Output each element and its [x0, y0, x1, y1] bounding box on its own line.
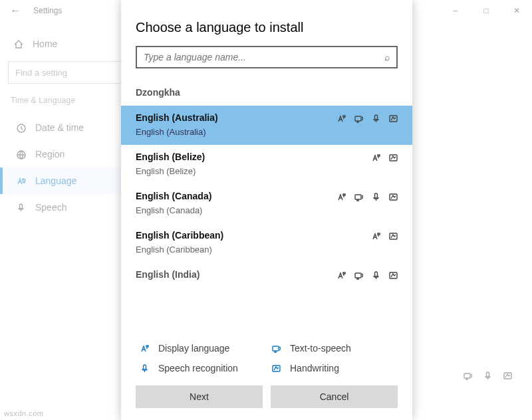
tts-icon — [354, 270, 363, 280]
language-name: English (Belize) — [136, 152, 398, 162]
display-icon — [336, 114, 346, 123]
tts-icon — [354, 192, 363, 201]
display-icon — [336, 270, 346, 280]
language-search[interactable]: ⌕ — [136, 46, 398, 68]
display-icon — [336, 192, 346, 201]
tts-icon — [270, 344, 282, 354]
language-name: Dzongkha — [136, 87, 398, 98]
legend-label: Speech recognition — [158, 363, 238, 373]
hand-icon — [388, 231, 398, 241]
language-option[interactable]: English (Caribbean)English (Caribbean) — [121, 223, 412, 262]
language-native: English (Canada) — [136, 205, 398, 215]
capability-legend: Display language Text-to-speech Speech r… — [121, 334, 412, 379]
language-native: English (Caribbean) — [136, 245, 398, 255]
hand-icon — [388, 153, 398, 162]
speech-icon — [371, 114, 380, 123]
language-option[interactable]: English (India) — [121, 262, 412, 280]
tts-icon — [354, 114, 363, 123]
language-native: English (Belize) — [136, 166, 398, 176]
language-option[interactable]: English (Belize)English (Belize) — [121, 145, 412, 184]
legend-label: Display language — [158, 343, 229, 354]
next-button[interactable]: Next — [136, 385, 263, 408]
speech-icon — [371, 270, 380, 280]
language-install-dialog: Choose a language to install ⌕ DzongkhaE… — [121, 0, 412, 420]
display-lang-icon — [138, 344, 150, 354]
language-option[interactable]: Dzongkha — [121, 80, 412, 106]
handwriting-icon — [270, 364, 282, 373]
language-search-input[interactable] — [144, 52, 384, 62]
legend-label: Text-to-speech — [290, 343, 351, 354]
hand-icon — [388, 270, 398, 280]
mic-icon — [138, 364, 150, 373]
language-option[interactable]: English (Canada)English (Canada) — [121, 184, 412, 223]
search-icon: ⌕ — [384, 52, 390, 62]
legend-label: Handwriting — [290, 363, 339, 373]
display-icon — [371, 231, 380, 241]
cancel-button[interactable]: Cancel — [271, 385, 398, 408]
language-name: English (Caribbean) — [136, 230, 398, 241]
dialog-title: Choose a language to install — [121, 0, 412, 46]
language-option[interactable]: English (Australia)English (Australia) — [121, 106, 412, 145]
speech-icon — [371, 192, 380, 201]
hand-icon — [388, 192, 398, 201]
language-native: English (Australia) — [136, 127, 398, 137]
language-list[interactable]: DzongkhaEnglish (Australia)English (Aust… — [121, 80, 412, 334]
display-icon — [371, 153, 380, 162]
watermark: wsxdn.com — [4, 409, 44, 417]
hand-icon — [388, 114, 398, 123]
